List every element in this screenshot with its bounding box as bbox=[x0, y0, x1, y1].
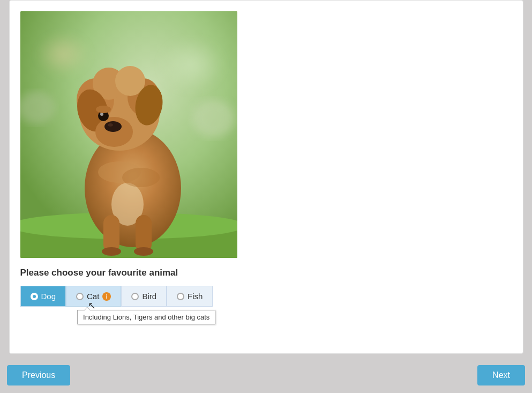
svg-point-24 bbox=[96, 106, 111, 113]
svg-rect-10 bbox=[103, 215, 119, 253]
option-bird-label: Bird bbox=[142, 292, 156, 301]
svg-point-27 bbox=[102, 247, 121, 256]
option-dog-label: Dog bbox=[41, 292, 56, 301]
svg-point-2 bbox=[36, 33, 90, 76]
svg-point-20 bbox=[104, 121, 122, 132]
option-cat[interactable]: Cat i Including Lions, Tigers and other … bbox=[66, 286, 121, 307]
svg-point-21 bbox=[108, 123, 113, 127]
radio-cat[interactable] bbox=[76, 293, 84, 300]
svg-point-26 bbox=[122, 168, 160, 187]
option-fish-label: Fish bbox=[188, 292, 203, 301]
main-card: Please choose your favourite animal Dog … bbox=[9, 0, 523, 354]
option-dog[interactable]: Dog bbox=[20, 286, 66, 307]
radio-dog[interactable] bbox=[31, 293, 38, 300]
options-row: Dog Cat i Including Lions, Tigers and ot… bbox=[20, 286, 512, 307]
dog-image bbox=[20, 11, 237, 258]
radio-bird[interactable] bbox=[131, 293, 139, 300]
svg-point-28 bbox=[134, 247, 153, 256]
option-cat-label: Cat bbox=[87, 292, 99, 301]
cat-tooltip: Including Lions, Tigers and other big ca… bbox=[77, 310, 215, 324]
cat-info-icon[interactable]: i bbox=[102, 292, 111, 301]
option-fish[interactable]: Fish bbox=[167, 286, 213, 307]
svg-point-1 bbox=[160, 38, 224, 92]
question-label: Please choose your favourite animal bbox=[20, 268, 512, 278]
previous-button[interactable]: Previous bbox=[7, 365, 70, 385]
radio-fish[interactable] bbox=[177, 293, 184, 300]
svg-rect-11 bbox=[136, 215, 152, 253]
footer-bar: Previous Next bbox=[0, 357, 532, 393]
svg-point-3 bbox=[192, 100, 235, 137]
next-button[interactable]: Next bbox=[477, 365, 525, 385]
option-bird[interactable]: Bird bbox=[121, 286, 167, 307]
